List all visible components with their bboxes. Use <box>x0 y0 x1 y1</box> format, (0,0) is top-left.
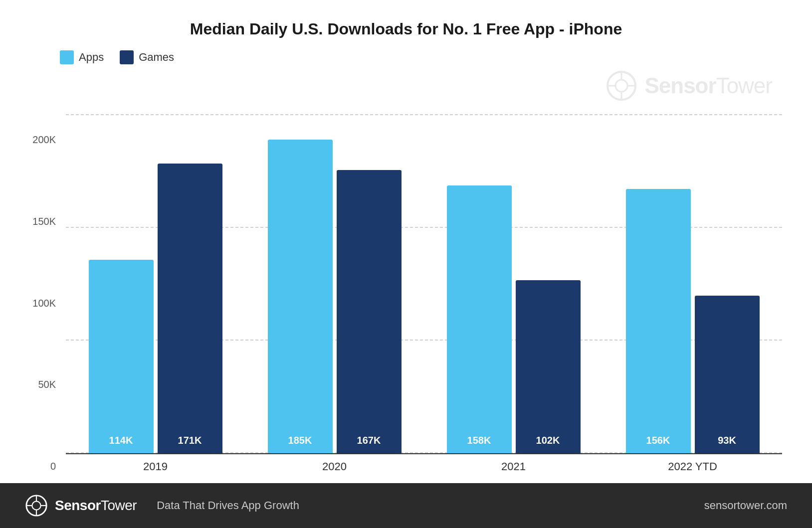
bar-wrapper: 171K <box>158 164 222 453</box>
bar-wrapper: 102K <box>516 280 581 453</box>
bar-value-label: 156K <box>646 435 670 446</box>
year-group: 185K167K <box>245 140 424 453</box>
bar-apps: 114K <box>89 260 154 453</box>
bar-value-label: 167K <box>357 435 381 446</box>
bar-value-label: 185K <box>288 435 312 446</box>
bar-value-label: 114K <box>109 435 133 446</box>
x-axis-label: 2021 <box>424 454 603 473</box>
bar-games: 102K <box>516 280 581 453</box>
bar-games: 93K <box>695 296 760 453</box>
chart-plot: 114K171K185K167K158K102K156K93K 20192020… <box>66 114 782 473</box>
bar-wrapper: 185K <box>268 140 333 453</box>
y-axis-label: 0 <box>30 461 56 472</box>
bar-value-label: 158K <box>467 435 491 446</box>
chart-title: Median Daily U.S. Downloads for No. 1 Fr… <box>30 20 782 38</box>
legend-item: Games <box>120 50 174 64</box>
bar-apps: 156K <box>626 189 691 453</box>
bar-wrapper: 156K <box>626 189 691 453</box>
bar-wrapper: 158K <box>447 185 512 453</box>
legend-item: Apps <box>60 50 104 64</box>
chart-container: Median Daily U.S. Downloads for No. 1 Fr… <box>0 0 812 483</box>
bar-apps: 185K <box>268 140 333 453</box>
footer-brand-name: SensorTower <box>55 498 137 514</box>
bar-value-label: 171K <box>178 435 202 446</box>
legend: AppsGames <box>60 50 782 64</box>
year-group: 114K171K <box>66 164 245 453</box>
bar-apps: 158K <box>447 185 512 453</box>
y-axis-label: 200K <box>30 134 56 146</box>
year-group: 158K102K <box>424 185 603 453</box>
bar-games: 171K <box>158 164 222 453</box>
y-axis-label: 100K <box>30 298 56 309</box>
x-axis-label: 2020 <box>245 454 424 473</box>
bar-wrapper: 167K <box>337 170 402 453</box>
footer-brand: SensorTower <box>25 494 137 517</box>
bar-wrapper: 114K <box>89 260 154 453</box>
bars-area: 114K171K185K167K158K102K156K93K <box>66 114 782 453</box>
svg-point-7 <box>32 501 40 510</box>
x-axis: 2019202020212022 YTD <box>66 453 782 473</box>
footer-tagline: Data That Drives App Growth <box>157 499 299 512</box>
bar-value-label: 102K <box>536 435 560 446</box>
chart-area: 050K100K150K200K 114K171K185K167K158K102… <box>30 74 782 473</box>
y-axis: 050K100K150K200K <box>30 134 56 473</box>
x-axis-label: 2019 <box>66 454 245 473</box>
y-axis-label: 50K <box>30 379 56 390</box>
footer: SensorTower Data That Drives App Growth … <box>0 483 812 528</box>
x-axis-label: 2022 YTD <box>603 454 782 473</box>
footer-url: sensortower.com <box>704 499 787 512</box>
bar-value-label: 93K <box>718 435 736 446</box>
bar-wrapper: 93K <box>695 296 760 453</box>
bar-games: 167K <box>337 170 402 453</box>
year-group: 156K93K <box>603 189 782 453</box>
y-axis-label: 150K <box>30 216 56 227</box>
